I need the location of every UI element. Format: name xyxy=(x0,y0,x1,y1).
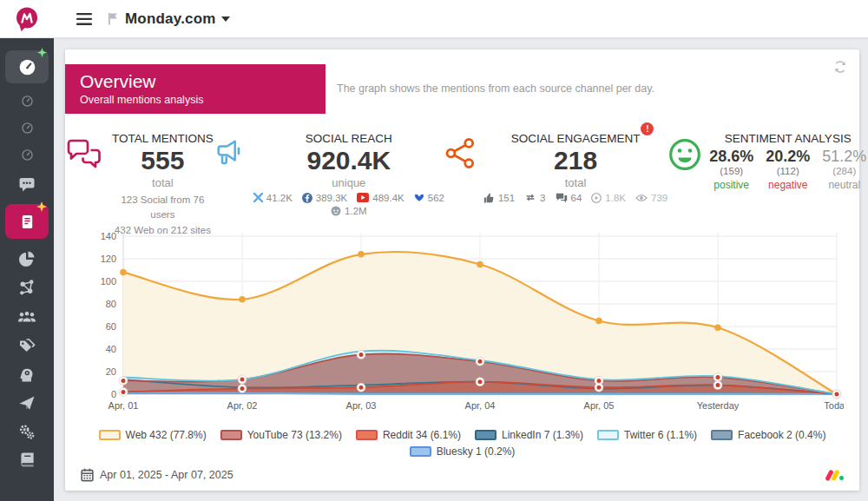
stat-title: SOCIAL REACH xyxy=(306,132,392,145)
legend-item-twitter[interactable]: Twitter 6 (1.1%) xyxy=(597,429,697,441)
svg-text:Today: Today xyxy=(824,400,844,411)
reach-reddit: 1.2M xyxy=(331,206,367,216)
stats-row: TOTAL MENTIONS 555 total 123 Social from… xyxy=(65,130,859,239)
sentiment-positive: 28.6% (159) positive xyxy=(709,148,753,191)
legend-item-facebook[interactable]: Facebook 2 (0.4%) xyxy=(711,429,825,441)
svg-text:Apr, 03: Apr, 03 xyxy=(346,400,377,411)
sidebar xyxy=(0,0,54,501)
app-logo[interactable] xyxy=(0,0,54,38)
engagement-thumbs-up: 151 xyxy=(483,193,515,203)
legend-item-bluesky[interactable]: Bluesky 1 (0.2%) xyxy=(410,445,516,458)
reach-x-twitter: 41.2K xyxy=(253,193,293,203)
legend-item-reddit[interactable]: Reddit 34 (6.1%) xyxy=(356,429,461,441)
refresh-button[interactable] xyxy=(830,56,851,77)
sentiment-neutral: 51.2% (284) neutral xyxy=(822,148,866,191)
sidebar-item-network-share-7[interactable] xyxy=(18,279,36,297)
sidebar-item-gauge-small-2[interactable] xyxy=(21,122,34,135)
speech-bubbles-icon xyxy=(65,137,105,174)
stat-social-engagement: SOCIAL ENGAGEMENT! 218 total 1513641.8K7… xyxy=(444,130,667,239)
neutral-label: neutral xyxy=(822,179,866,191)
legend-swatch xyxy=(597,430,619,440)
refresh-icon xyxy=(832,59,848,75)
stat-value: 218 xyxy=(483,146,667,176)
sidebar-nav xyxy=(0,38,54,479)
sidebar-item-mentions-chat-4[interactable] xyxy=(18,175,36,193)
legend-item-youtube[interactable]: YouTube 73 (13.2%) xyxy=(220,429,342,441)
legend-label: Facebook 2 (0.4%) xyxy=(738,429,825,441)
overview-card: Overview Overall mentions analysis The g… xyxy=(65,49,859,491)
hamburger-menu-icon[interactable] xyxy=(76,13,92,25)
legend-item-web[interactable]: Web 432 (77.8%) xyxy=(99,429,207,441)
date-range-text: Apr 01, 2025 - Apr 07, 2025 xyxy=(100,469,233,481)
sidebar-item-tags-9[interactable] xyxy=(18,337,36,354)
svg-text:Apr, 05: Apr, 05 xyxy=(584,400,615,411)
mentions-social-line: 123 Social from 76 users xyxy=(112,193,214,224)
chart-description: The graph shows the mentions from each s… xyxy=(337,82,654,95)
legend-label: LinkedIn 7 (1.3%) xyxy=(502,429,583,441)
legend-label: Reddit 34 (6.1%) xyxy=(383,429,461,441)
overview-banner: Overview Overall mentions analysis xyxy=(65,64,326,114)
topbar: Monday.com xyxy=(54,0,868,38)
page-title: Overview xyxy=(80,71,326,92)
mentions-chart[interactable]: 020406080100120140Apr, 01Apr, 02Apr, 03A… xyxy=(80,227,844,425)
svg-text:Apr, 04: Apr, 04 xyxy=(465,400,496,411)
sidebar-item-ai-insights-head-10[interactable] xyxy=(18,366,36,383)
svg-text:140: 140 xyxy=(101,231,116,241)
sidebar-item-audience-users-8[interactable] xyxy=(17,308,36,326)
engagement-eye: 739 xyxy=(635,193,667,203)
stat-value: 920.4K xyxy=(253,146,444,176)
svg-text:Apr, 01: Apr, 01 xyxy=(108,400,139,411)
calendar-icon xyxy=(81,468,94,482)
sparkle-icon xyxy=(36,201,47,212)
share-nodes-icon xyxy=(444,137,477,169)
megaphone-icon xyxy=(214,137,247,170)
svg-text:80: 80 xyxy=(106,299,116,309)
stat-title: SENTIMENT ANALYSIS xyxy=(725,132,852,145)
sidebar-item-dashboard-gauge-0[interactable] xyxy=(5,50,49,83)
neutral-pct: 51.2% xyxy=(822,148,866,166)
engagement-breakdown: 1513641.8K739 xyxy=(483,193,667,203)
sidebar-item-gauge-small-3[interactable] xyxy=(21,148,34,162)
date-range-picker[interactable]: Apr 01, 2025 - Apr 07, 2025 xyxy=(81,468,233,482)
smiley-icon xyxy=(667,137,702,172)
legend-label: Web 432 (77.8%) xyxy=(126,429,207,441)
sidebar-item-settings-gears-12[interactable] xyxy=(18,423,36,440)
card-footer: Apr 01, 2025 - Apr 07, 2025 xyxy=(81,464,844,486)
sidebar-item-report-document-5[interactable] xyxy=(5,204,49,239)
sidebar-item-education-book-13[interactable] xyxy=(19,452,36,468)
brand-bubble-m-icon xyxy=(14,6,40,32)
stat-sentiment: SENTIMENT ANALYSIS 28.6% (159) positive … xyxy=(667,130,866,239)
svg-text:Apr, 02: Apr, 02 xyxy=(227,400,258,411)
engagement-play-circle: 1.8K xyxy=(591,193,626,203)
stat-total-mentions: TOTAL MENTIONS 555 total 123 Social from… xyxy=(65,130,214,239)
svg-text:60: 60 xyxy=(106,321,116,332)
legend-label: Twitter 6 (1.1%) xyxy=(624,429,697,441)
svg-text:20: 20 xyxy=(106,366,116,377)
reach-bluesky: 562 xyxy=(414,193,444,203)
sidebar-item-gauge-small-1[interactable] xyxy=(21,95,34,108)
stat-social-reach: SOCIAL REACH 920.4K unique 41.2K389.3K48… xyxy=(214,130,444,239)
positive-label: positive xyxy=(709,179,753,191)
stat-value: 555 xyxy=(112,146,214,176)
stat-unit: total xyxy=(112,176,214,189)
sidebar-item-publish-plane-11[interactable] xyxy=(18,394,36,412)
project-selector[interactable]: Monday.com xyxy=(125,10,216,28)
alert-badge[interactable]: ! xyxy=(641,122,654,135)
legend-item-linkedin[interactable]: LinkedIn 7 (1.3%) xyxy=(475,429,583,441)
sparkle-icon xyxy=(37,48,47,57)
chevron-down-icon[interactable] xyxy=(221,16,230,22)
page-subtitle: Overall mentions analysis xyxy=(80,94,326,106)
legend-swatch xyxy=(356,430,378,440)
legend-swatch xyxy=(99,430,121,440)
svg-text:0: 0 xyxy=(111,389,116,399)
chart-legend: Web 432 (77.8%)YouTube 73 (13.2%)Reddit … xyxy=(65,429,859,462)
legend-label: YouTube 73 (13.2%) xyxy=(247,429,342,441)
sidebar-item-pie-chart-6[interactable] xyxy=(18,250,36,267)
legend-swatch xyxy=(220,430,242,440)
svg-text:40: 40 xyxy=(106,344,116,354)
monday-logo xyxy=(827,469,844,482)
svg-text:100: 100 xyxy=(101,276,116,287)
positive-count: (159) xyxy=(709,166,753,176)
flag-icon xyxy=(108,12,119,25)
reach-breakdown: 41.2K389.3K489.4K5621.2M xyxy=(253,193,444,216)
